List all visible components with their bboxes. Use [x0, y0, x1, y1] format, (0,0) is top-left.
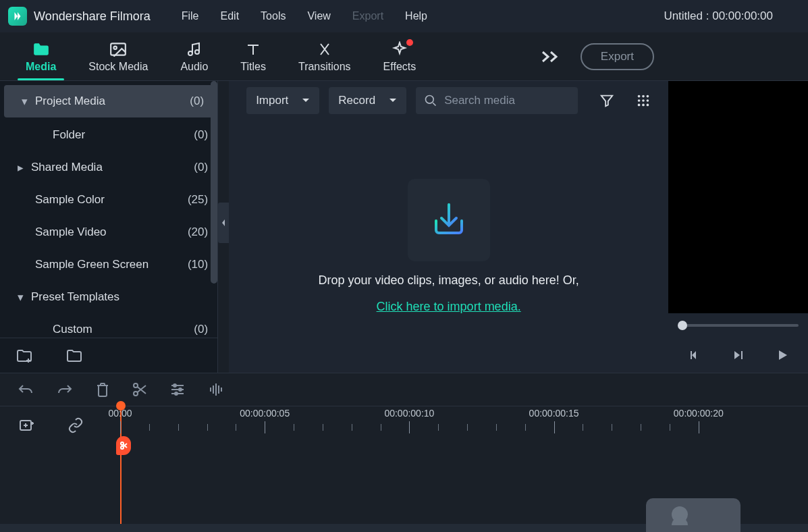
prev-frame-button[interactable]: [688, 348, 701, 362]
sidebar-item-label: Sample Color: [35, 193, 188, 207]
link-icon[interactable]: [68, 417, 84, 433]
menubar: Wondershare Filmora File Edit Tools View…: [0, 0, 808, 32]
sidebar-item-count: (0): [190, 95, 204, 108]
sidebar-item-custom[interactable]: Custom (0): [0, 313, 217, 338]
import-dropdown[interactable]: Import: [246, 87, 319, 114]
sidebar-item-project-media[interactable]: ▾ Project Media (0): [4, 85, 213, 117]
audio-mixer-icon[interactable]: [208, 382, 223, 397]
import-media-link[interactable]: Click here to import media.: [377, 300, 521, 314]
tab-transitions[interactable]: Transitions: [282, 36, 367, 77]
app-name: Wondershare Filmora: [34, 9, 151, 24]
tab-media[interactable]: Media: [9, 36, 72, 77]
folder-icon[interactable]: [66, 349, 82, 363]
sidebar-item-count: (0): [194, 323, 208, 336]
sidebar-item-count: (25): [188, 193, 208, 207]
menu-view[interactable]: View: [296, 10, 341, 22]
menu-file[interactable]: File: [171, 10, 210, 22]
preview-panel: [668, 81, 808, 373]
timeline-panel: 00:0000:00:00:0500:00:00:1000:00:00:1500…: [0, 373, 808, 532]
svg-point-15: [134, 392, 138, 396]
chevron-right-icon: ▸: [14, 161, 27, 175]
folder-icon: [32, 41, 50, 58]
sidebar-item-label: Project Media: [35, 95, 190, 108]
sidebar-item-folder[interactable]: Folder (0): [0, 119, 217, 151]
menu-edit[interactable]: Edit: [210, 10, 250, 22]
ruler-label: 00:00:00:10: [384, 408, 434, 419]
svg-point-5: [638, 95, 641, 98]
play-step-button[interactable]: [732, 348, 745, 362]
sidebar-footer: [0, 338, 217, 373]
app-logo-icon: [8, 7, 27, 26]
import-graphic-icon: [408, 179, 490, 261]
delete-icon[interactable]: [96, 382, 109, 397]
sidebar-item-count: (0): [194, 161, 208, 174]
svg-point-16: [173, 384, 176, 387]
undo-icon[interactable]: [18, 383, 34, 396]
tab-media-label: Media: [26, 61, 56, 73]
sidebar-item-preset-templates[interactable]: ▾ Preset Templates: [0, 281, 217, 313]
menu-tools[interactable]: Tools: [250, 10, 296, 22]
tab-audio[interactable]: Audio: [164, 36, 224, 77]
svg-point-14: [134, 383, 138, 388]
svg-point-4: [426, 96, 434, 104]
search-media[interactable]: [416, 87, 578, 114]
sidebar-item-count: (10): [188, 258, 208, 271]
tab-audio-label: Audio: [180, 61, 208, 73]
svg-point-3: [195, 50, 199, 54]
sidebar-item-sample-video[interactable]: Sample Video (20): [0, 216, 217, 248]
sidebar-item-label: Custom: [53, 323, 194, 336]
svg-point-13: [647, 104, 649, 107]
svg-point-7: [647, 95, 649, 98]
media-panel: Import Record: [229, 81, 668, 373]
more-tabs-icon[interactable]: [541, 51, 568, 63]
text-icon: [244, 41, 262, 58]
new-folder-icon[interactable]: [16, 349, 32, 363]
search-icon: [424, 94, 437, 107]
preview-controls: [668, 338, 808, 373]
svg-point-12: [642, 104, 645, 107]
sidebar-item-label: Folder: [53, 128, 194, 142]
tab-titles[interactable]: Titles: [224, 36, 282, 77]
tab-effects[interactable]: Effects: [367, 36, 433, 77]
preview-canvas[interactable]: [668, 81, 808, 313]
sidebar-item-sample-green-screen[interactable]: Sample Green Screen (10): [0, 248, 217, 281]
chevron-down-icon: ▾: [18, 95, 31, 109]
timeline-ruler[interactable]: 00:0000:00:00:0500:00:00:1000:00:00:1500…: [115, 406, 808, 444]
media-dropzone[interactable]: Drop your video clips, images, or audio …: [229, 120, 668, 373]
menu-help[interactable]: Help: [394, 10, 438, 22]
record-dropdown[interactable]: Record: [329, 87, 406, 114]
svg-point-17: [179, 388, 182, 391]
clip-placeholder[interactable]: [646, 498, 740, 532]
export-button[interactable]: Export: [581, 43, 654, 70]
svg-point-11: [638, 104, 641, 107]
transitions-icon: [316, 41, 333, 58]
svg-point-6: [642, 95, 645, 98]
sidebar-scrollbar[interactable]: [211, 81, 217, 284]
chevron-down-icon: [302, 98, 310, 103]
preview-seek-slider[interactable]: [668, 313, 808, 338]
svg-point-9: [642, 99, 645, 102]
add-track-icon[interactable]: [19, 418, 35, 433]
grid-view-icon[interactable]: [636, 93, 651, 108]
image-icon: [109, 41, 127, 58]
ruler-label: 00:00:00:05: [240, 408, 290, 419]
menu-export[interactable]: Export: [342, 10, 394, 22]
effects-icon: [391, 41, 408, 58]
play-button[interactable]: [776, 348, 789, 362]
timeline-tracks[interactable]: [0, 444, 808, 532]
collapse-sidebar-icon[interactable]: [218, 203, 229, 243]
svg-point-8: [638, 99, 641, 102]
svg-point-18: [175, 392, 178, 395]
sidebar-item-sample-color[interactable]: Sample Color (25): [0, 184, 217, 216]
redo-icon[interactable]: [57, 383, 73, 396]
sidebar-item-shared-media[interactable]: ▸ Shared Media (0): [0, 151, 217, 184]
adjust-icon[interactable]: [170, 383, 185, 396]
split-icon[interactable]: [132, 382, 147, 397]
sidebar-item-label: Sample Video: [35, 225, 188, 239]
filter-icon[interactable]: [599, 93, 614, 108]
dropzone-text: Drop your video clips, images, or audio …: [319, 273, 579, 288]
ruler-label: 00:00:00:15: [529, 408, 579, 419]
tab-stock-media[interactable]: Stock Media: [72, 36, 164, 77]
search-input[interactable]: [444, 94, 566, 107]
slider-thumb[interactable]: [678, 321, 687, 330]
